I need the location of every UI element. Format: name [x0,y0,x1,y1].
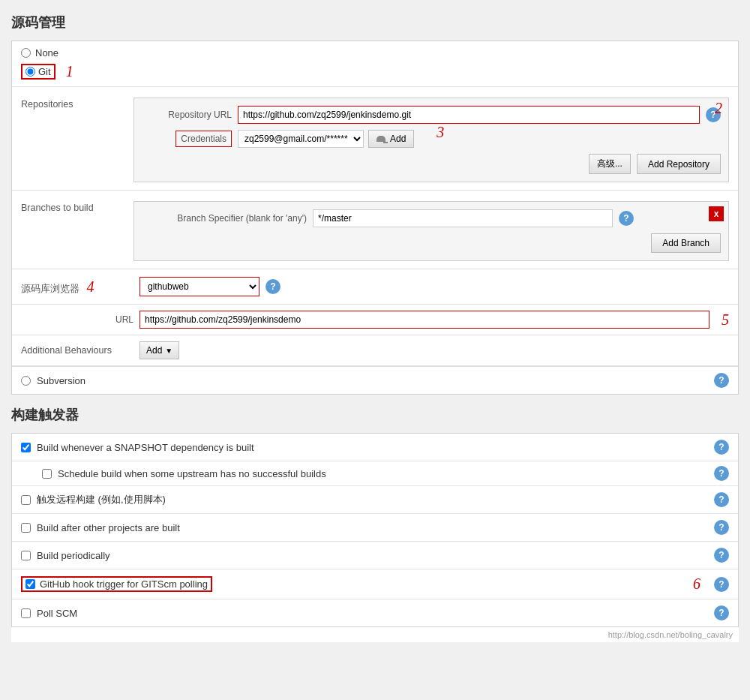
subversion-section: Subversion ? [12,366,738,394]
add-behaviours-button[interactable]: Add ▼ [140,341,179,359]
trigger-schedule-row: Schedule build when some upstream has no… [12,461,738,486]
key-teeth [383,142,388,143]
repo-url-label: Repository URL [142,110,232,120]
credentials-label: Credentials [142,131,232,147]
trigger-schedule-checkbox[interactable] [42,469,52,479]
radio-git-label[interactable]: Git [38,66,51,77]
trigger-remote-label[interactable]: 触发远程构建 (例如,使用脚本) [37,493,166,506]
git-highlight-box: Git [21,64,56,80]
radio-git-item: Git 1 [21,63,729,80]
trigger-periodic-checkbox[interactable] [21,551,31,560]
trigger-build-after-help[interactable]: ? [714,520,729,535]
browser-url-field-wrapper: 5 [140,311,729,329]
advanced-button[interactable]: 高级... [589,154,631,174]
repositories-label: Repositories [21,95,134,110]
trigger-build-after-checkbox[interactable] [21,523,31,533]
trigger-github-label[interactable]: GitHub hook trigger for GITScm polling [40,578,208,590]
trigger-schedule-label[interactable]: Schedule build when some upstream has no… [58,468,326,479]
radio-none-item: None [21,47,729,59]
trigger-snapshot-label[interactable]: Build whenever a SNAPSHOT dependency is … [37,442,254,453]
radio-git[interactable] [26,67,35,77]
branches-content: x Branch Specifier (blank for 'any') ? A… [134,198,729,261]
browser-url-input[interactable] [140,311,710,329]
annotation-3: 3 [436,124,444,141]
trigger-remote-checkbox[interactable] [21,495,31,505]
subversion-label[interactable]: Subversion [37,375,86,386]
browser-label: 源码库浏览器 4 [21,278,134,296]
trigger-build-after-label[interactable]: Build after other projects are built [37,522,180,533]
subversion-help[interactable]: ? [714,373,729,388]
trigger-poll-checkbox[interactable] [21,608,31,618]
trigger-snapshot-checkbox[interactable] [21,443,31,452]
repositories-section: Repositories Repository URL 2 ? [12,87,738,191]
trigger-snapshot-help[interactable]: ? [714,440,729,455]
repo-url-input[interactable] [238,106,700,124]
credentials-add-label: Add [390,134,406,144]
annotation-2: 2 [715,100,722,117]
trigger-periodic-help[interactable]: ? [714,548,729,563]
dropdown-arrow-icon: ▼ [165,347,172,355]
radio-subversion[interactable] [21,376,31,386]
credentials-select[interactable]: zq2599@gmail.com/****** [238,130,364,148]
credentials-highlight-box: Credentials [176,131,232,147]
annotation-1: 1 [66,63,74,80]
browser-section: 源码库浏览器 4 githubweb ? [12,269,738,305]
credentials-row: Credentials zq2599@gmail.com/****** Add [142,130,721,148]
branches-label: Branches to build [21,198,134,213]
browser-url-label: URL [116,314,134,325]
trigger-panel: Build whenever a SNAPSHOT dependency is … [11,433,739,627]
repositories-content: Repository URL 2 ? Credentials [134,95,729,182]
delete-branch-button[interactable]: x [709,206,724,221]
credentials-text: Credentials [181,134,226,144]
repositories-box: Repository URL 2 ? Credentials [134,98,729,182]
trigger-section-title: 构建触发器 [11,406,739,424]
trigger-periodic-label[interactable]: Build periodically [37,550,110,561]
trigger-remote-help[interactable]: ? [714,492,729,507]
browser-controls: githubweb ? [140,277,729,296]
browser-select[interactable]: githubweb [140,277,260,296]
branches-box: x Branch Specifier (blank for 'any') ? A… [134,201,729,261]
trigger-poll-label[interactable]: Poll SCM [37,608,77,619]
trigger-github-help[interactable]: ? [714,577,729,592]
annotation-6: 6 [693,575,700,593]
page-container: 源码管理 None Git 1 Repositories [0,0,750,650]
trigger-build-after-row: Build after other projects are built ? [12,514,738,542]
branch-specifier-label: Branch Specifier (blank for 'any') [142,213,307,224]
trigger-poll-row: Poll SCM ? [12,599,738,626]
browser-help[interactable]: ? [266,279,280,294]
trigger-github-checkbox[interactable] [26,579,35,589]
additional-behaviours-section: Additional Behaviours Add ▼ [12,335,738,366]
radio-none-label[interactable]: None [35,47,58,59]
credentials-add-button[interactable]: Add [368,130,414,148]
branch-specifier-row: Branch Specifier (blank for 'any') ? [142,209,721,227]
annotation-5: 5 [722,311,729,329]
repo-url-field-wrapper: 2 [238,106,700,124]
key-icon [376,136,386,142]
branch-help[interactable]: ? [619,211,634,226]
add-behaviours-label: Add [146,345,162,356]
trigger-poll-help[interactable]: ? [714,605,729,620]
add-branch-button[interactable]: Add Branch [651,233,721,253]
browser-url-section: URL 5 [12,305,738,335]
github-hook-highlight-box: GitHub hook trigger for GITScm polling [21,576,212,592]
branch-actions: Add Branch [142,233,721,253]
additional-behaviours-controls: Add ▼ [140,341,179,359]
trigger-github-row: GitHub hook trigger for GITScm polling 6… [12,569,738,599]
branches-section: Branches to build x Branch Specifier (bl… [12,191,738,269]
trigger-periodic-row: Build periodically ? [12,542,738,569]
repo-actions: 高级... Add Repository [142,154,721,174]
trigger-remote-row: 触发远程构建 (例如,使用脚本) ? [12,486,738,514]
annotation-4: 4 [86,278,94,295]
additional-behaviours-label: Additional Behaviours [21,345,134,356]
repo-url-row: Repository URL 2 ? [142,106,721,124]
watermark-text: http://blog.csdn.net/boling_cavalry [608,630,733,639]
scm-section-title: 源码管理 [11,14,739,32]
add-repository-button[interactable]: Add Repository [637,154,721,174]
branch-specifier-input[interactable] [313,209,613,227]
credentials-controls: zq2599@gmail.com/****** Add 3 [238,130,414,148]
browser-label-text: 源码库浏览器 [21,284,80,294]
trigger-schedule-help[interactable]: ? [714,466,729,481]
watermark: http://blog.csdn.net/boling_cavalry [11,627,739,642]
radio-none[interactable] [21,48,31,58]
browser-url-label-wrapper: URL [21,314,134,325]
